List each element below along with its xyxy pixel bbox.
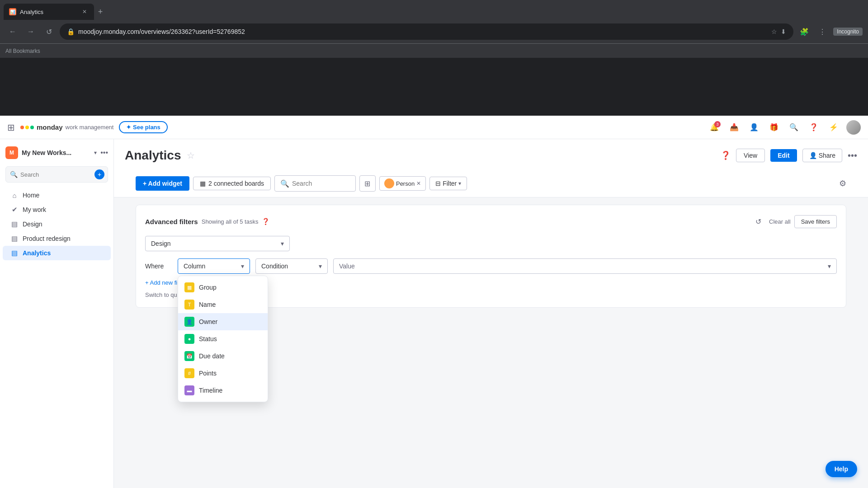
- sidebar-item-product-redesign[interactable]: ▤ Product redesign: [3, 231, 111, 246]
- tab-title: Analytics: [20, 9, 77, 15]
- see-plans-button[interactable]: ✦ See plans: [119, 121, 167, 133]
- inbox-button[interactable]: 📥: [727, 120, 741, 135]
- workspace-options-icon[interactable]: •••: [100, 149, 108, 157]
- download-icon[interactable]: ⬇: [781, 28, 786, 35]
- connected-boards-button[interactable]: ▦ 2 connected boards: [193, 177, 271, 190]
- clear-all-button[interactable]: Clear all: [769, 218, 791, 225]
- value-dropdown-label: Value: [339, 263, 355, 270]
- toolbar-settings-icon[interactable]: ⚙: [839, 178, 846, 188]
- grid-menu-icon[interactable]: ⊞: [7, 122, 15, 133]
- timeline-col-icon: ▬: [184, 385, 194, 395]
- search-button[interactable]: 🔍: [787, 120, 801, 135]
- workspace-name: My New Works...: [22, 149, 90, 156]
- url-text: moodjoy.monday.com/overviews/263362?user…: [78, 28, 768, 35]
- incognito-badge: Incognito: [833, 28, 863, 36]
- page-more-options-icon[interactable]: •••: [848, 150, 857, 161]
- column-dropdown-label: Column: [184, 263, 205, 270]
- name-col-icon: T: [184, 300, 194, 310]
- grid-view-button[interactable]: ⊞: [359, 175, 376, 192]
- logo-dot-orange: [20, 126, 24, 129]
- filter-label: Filter: [443, 180, 457, 187]
- sidebar-item-analytics[interactable]: ▤ Analytics: [3, 246, 111, 260]
- view-button[interactable]: View: [736, 149, 765, 162]
- toolbar-search-input[interactable]: [292, 180, 350, 187]
- sidebar-add-button[interactable]: +: [94, 169, 104, 179]
- url-action-icons: ☆ ⬇: [771, 28, 786, 35]
- bookmarks-bar: All Bookmarks: [0, 43, 868, 58]
- active-tab[interactable]: 📊 Analytics ✕: [4, 4, 94, 20]
- share-button[interactable]: 👤 Share: [802, 149, 842, 162]
- help-button[interactable]: Help: [826, 461, 857, 477]
- new-tab-button[interactable]: +: [94, 5, 107, 18]
- condition-dropdown-chevron-icon: ▾: [319, 263, 322, 270]
- notifications-button[interactable]: 🔔 3: [707, 120, 722, 135]
- group-option-label: Group: [199, 284, 217, 291]
- group-col-icon: ▦: [184, 282, 194, 292]
- column-option-duedate[interactable]: 📅 Due date: [178, 347, 268, 365]
- person-filter-remove-icon[interactable]: ✕: [416, 180, 421, 187]
- column-option-points[interactable]: # Points: [178, 365, 268, 382]
- workspace-header[interactable]: M My New Works... ▾ •••: [0, 143, 113, 163]
- extensions-icon[interactable]: 🧩: [797, 24, 811, 39]
- sidebar-item-design[interactable]: ▤ Design: [3, 217, 111, 231]
- save-filters-button[interactable]: Save filters: [794, 215, 837, 228]
- points-option-label: Points: [199, 370, 217, 377]
- back-button[interactable]: ←: [5, 24, 20, 39]
- share-label: Share: [819, 152, 835, 159]
- sidebar-item-home[interactable]: ⌂ Home: [3, 188, 111, 202]
- help-button[interactable]: ❓: [807, 120, 821, 135]
- invite-button[interactable]: 🎁: [767, 120, 781, 135]
- duedate-option-label: Due date: [199, 352, 225, 360]
- filter-help-icon[interactable]: ❓: [262, 218, 269, 225]
- filter-button[interactable]: ⊟ Filter ▾: [429, 177, 467, 190]
- column-dropdown[interactable]: Column ▾: [178, 258, 250, 274]
- bookmarks-label: All Bookmarks: [5, 48, 40, 54]
- value-dropdown[interactable]: Value ▾: [333, 258, 837, 274]
- sidebar-item-label-product-redesign: Product redesign: [23, 235, 71, 242]
- column-option-name[interactable]: T Name: [178, 296, 268, 313]
- main-content: Analytics ☆ ❓ View Edit 👤 Share ••• + Ad…: [114, 139, 868, 488]
- sidebar-search-input[interactable]: [5, 166, 108, 183]
- forward-button[interactable]: →: [24, 24, 38, 39]
- owner-col-icon: 👤: [184, 317, 194, 327]
- person-filter[interactable]: Person ✕: [379, 176, 426, 191]
- url-bar[interactable]: 🔒 moodjoy.monday.com/overviews/263362?us…: [60, 23, 793, 40]
- apps-button[interactable]: ⚡: [826, 120, 841, 135]
- condition-dropdown-label: Condition: [261, 263, 288, 270]
- refresh-button[interactable]: ↺: [42, 24, 56, 39]
- browser-menu-icon[interactable]: ⋮: [815, 24, 830, 39]
- column-option-owner[interactable]: 👤 Owner: [178, 313, 268, 330]
- browser-window: 📊 Analytics ✕ + ← → ↺ 🔒 moodjoy.monday.c…: [0, 0, 868, 488]
- timeline-option-label: Timeline: [199, 387, 222, 394]
- filter-icon: ⊟: [435, 180, 441, 187]
- user-avatar[interactable]: [846, 120, 861, 135]
- sidebar-navigation: ⌂ Home ✔ My work ▤ Design ▤ Product rede…: [0, 186, 113, 262]
- sidebar-item-my-work[interactable]: ✔ My work: [3, 202, 111, 217]
- add-widget-button[interactable]: + Add widget: [136, 176, 189, 191]
- toolbar: + Add widget ▦ 2 connected boards 🔍 ⊞: [125, 170, 857, 197]
- tab-bar: 📊 Analytics ✕ +: [0, 0, 868, 20]
- bookmark-star-icon[interactable]: ☆: [771, 28, 777, 35]
- page-title: Analytics: [125, 148, 181, 163]
- board-select-text: Design: [151, 240, 277, 247]
- column-option-group[interactable]: ▦ Group: [178, 279, 268, 296]
- person-filter-avatar: [384, 178, 394, 188]
- filter-refresh-icon[interactable]: ↺: [751, 214, 765, 229]
- board-selector[interactable]: Design ▾: [145, 236, 290, 251]
- column-option-status[interactable]: ● Status: [178, 330, 268, 347]
- column-dropdown-wrapper: Column ▾ ▦ Group T: [178, 258, 250, 274]
- edit-button[interactable]: Edit: [770, 149, 797, 162]
- logo-suffix: work management: [66, 124, 114, 131]
- logo-dot-green: [30, 126, 34, 129]
- page-help-icon[interactable]: ❓: [721, 150, 731, 160]
- page-header: Analytics ☆ ❓ View Edit 👤 Share ••• + Ad…: [114, 139, 868, 197]
- people-button[interactable]: 👤: [747, 120, 761, 135]
- tab-close-button[interactable]: ✕: [80, 8, 89, 16]
- condition-dropdown[interactable]: Condition ▾: [255, 258, 328, 274]
- sidebar-item-label-my-work: My work: [23, 206, 46, 213]
- toolbar-search-bar[interactable]: 🔍: [274, 175, 356, 192]
- product-redesign-icon: ▤: [10, 234, 19, 243]
- column-option-timeline[interactable]: ▬ Timeline: [178, 382, 268, 399]
- favorite-star-icon[interactable]: ☆: [187, 150, 195, 161]
- sidebar-item-label-home: Home: [23, 192, 39, 199]
